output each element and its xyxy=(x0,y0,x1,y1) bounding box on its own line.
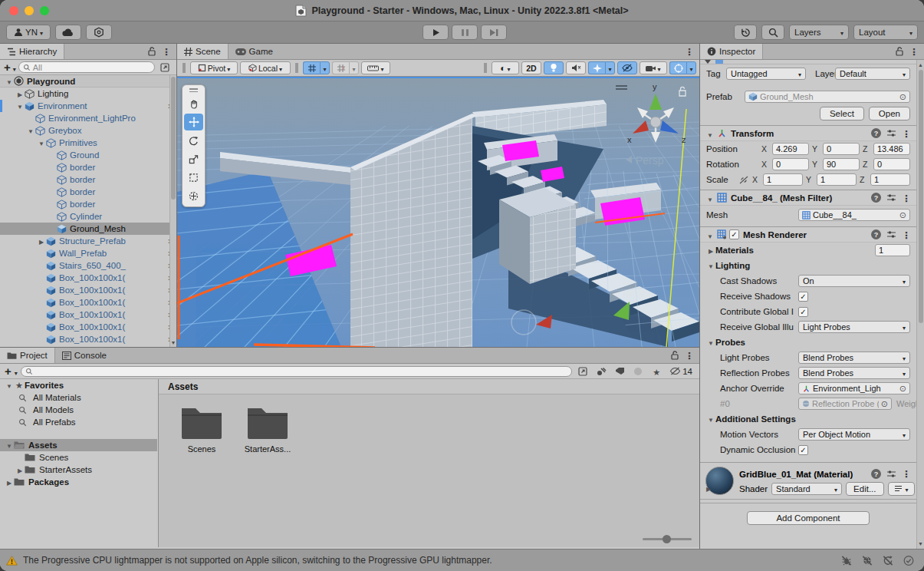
kebab-menu-icon[interactable] xyxy=(902,469,911,480)
lock-icon[interactable] xyxy=(148,47,156,56)
hierarchy-item[interactable]: Ground xyxy=(0,149,176,161)
constrain-proportions-icon[interactable] xyxy=(738,176,749,184)
step-button[interactable] xyxy=(481,25,507,40)
minimize-window-button[interactable] xyxy=(25,6,34,15)
hierarchy-item[interactable]: Structure_Prefab xyxy=(0,235,176,247)
transform-tool-button[interactable] xyxy=(184,187,203,204)
hierarchy-item[interactable]: Box_100x100x1( xyxy=(0,333,176,345)
presets-icon[interactable] xyxy=(886,230,896,239)
hierarchy-item[interactable]: Box_100x100x1( xyxy=(0,296,176,309)
foldout-icon[interactable] xyxy=(705,191,715,205)
foldout-icon[interactable] xyxy=(37,138,46,147)
hierarchy-item[interactable]: border xyxy=(0,186,176,198)
toolbar-handle[interactable] xyxy=(182,63,186,73)
foldout-icon[interactable] xyxy=(706,338,715,347)
tag-dropdown[interactable]: Untagged xyxy=(726,68,806,80)
hierarchy-item[interactable]: Playground xyxy=(0,75,176,87)
object-picker-icon[interactable]: ⊙ xyxy=(899,92,906,102)
hierarchy-item[interactable]: Wall_Prefab xyxy=(0,247,176,259)
project-tree-item[interactable]: Assets xyxy=(0,439,157,451)
play-button[interactable] xyxy=(423,25,449,40)
foldout-icon[interactable] xyxy=(706,261,715,270)
kebab-menu-icon[interactable] xyxy=(162,45,171,58)
inspector-scrollbar[interactable]: ▲ ▼ xyxy=(916,60,924,549)
gizmos-dropdown[interactable] xyxy=(686,61,696,74)
account-button[interactable]: YN xyxy=(6,25,51,40)
receive-shadows-checkbox[interactable] xyxy=(798,292,808,302)
light-probes-dropdown[interactable]: Blend Probes xyxy=(798,352,910,364)
kebab-menu-icon[interactable] xyxy=(902,191,911,205)
add-gameobject-button[interactable] xyxy=(4,61,11,74)
effects-toggle[interactable] xyxy=(588,61,605,74)
foldout-icon[interactable] xyxy=(15,89,25,98)
asset-folder-tile[interactable]: StarterAss... xyxy=(240,405,295,454)
grid-snap-toggle[interactable] xyxy=(303,61,320,74)
increment-snap-dropdown[interactable] xyxy=(349,61,359,74)
hierarchy-item[interactable]: border xyxy=(0,198,176,210)
project-favorite-item[interactable]: All Materials xyxy=(0,391,157,404)
foldout-icon[interactable] xyxy=(37,236,46,246)
create-dropdown-icon[interactable] xyxy=(15,365,18,378)
hidden-packages-toggle[interactable]: 14 xyxy=(667,367,695,376)
object-picker-icon[interactable]: ⊙ xyxy=(899,210,906,220)
search-button[interactable] xyxy=(761,25,784,40)
debugger-muted-icon[interactable] xyxy=(840,555,853,566)
shader-edit-button[interactable]: Edit... xyxy=(846,482,883,496)
project-favorite-item[interactable]: All Prefabs xyxy=(0,416,157,428)
materials-count-field[interactable]: 1 xyxy=(875,244,910,256)
foldout-icon[interactable] xyxy=(706,414,715,424)
kebab-menu-icon[interactable] xyxy=(902,228,911,242)
position-y-field[interactable]: 0 xyxy=(823,143,860,155)
material-foldout-icon[interactable] xyxy=(704,480,713,494)
progress-ok-icon[interactable] xyxy=(903,555,915,566)
tab-scene[interactable]: Scene xyxy=(177,44,229,59)
contribute-gi-checkbox[interactable] xyxy=(798,307,808,317)
toolbar-handle[interactable] xyxy=(484,63,487,73)
material-menu-button[interactable] xyxy=(888,482,915,496)
hierarchy-item[interactable]: Cylinder xyxy=(0,210,176,223)
presets-icon[interactable] xyxy=(886,129,896,137)
2d-toggle[interactable]: 2D xyxy=(521,61,541,74)
shader-dropdown[interactable]: Standard xyxy=(771,483,842,495)
thumbnail-size-slider[interactable] xyxy=(643,534,692,543)
lock-icon[interactable] xyxy=(671,351,679,360)
hierarchy-item[interactable]: Primitives xyxy=(0,137,176,149)
tab-inspector[interactable]: Inspector xyxy=(700,44,763,59)
snap-settings-dropdown[interactable] xyxy=(361,61,390,74)
refresh-muted-icon[interactable] xyxy=(882,555,894,566)
help-icon[interactable] xyxy=(871,469,881,479)
hierarchy-item[interactable]: Environment_LightPro xyxy=(0,112,176,124)
tab-project[interactable]: Project xyxy=(0,348,55,363)
position-z-field[interactable]: 13.486 xyxy=(873,143,910,155)
search-by-label-icon[interactable] xyxy=(612,365,627,378)
kebab-menu-icon[interactable] xyxy=(685,348,694,362)
component-enabled-checkbox[interactable] xyxy=(729,229,739,239)
project-tree-item[interactable]: Scenes xyxy=(0,451,157,464)
search-by-type-icon[interactable] xyxy=(594,365,609,378)
hierarchy-item[interactable]: Box_100x100x1( xyxy=(0,272,176,284)
kebab-menu-icon[interactable] xyxy=(685,45,694,58)
help-icon[interactable] xyxy=(871,128,881,138)
scale-z-field[interactable]: 1 xyxy=(870,173,910,186)
hierarchy-item[interactable]: Ground_Mesh xyxy=(0,223,176,235)
rotation-x-field[interactable]: 0 xyxy=(772,158,809,170)
hierarchy-search-input[interactable]: All xyxy=(18,61,155,73)
hierarchy-item[interactable]: border xyxy=(0,173,176,186)
layers-dropdown[interactable]: Layers xyxy=(789,25,849,40)
hierarchy-item[interactable]: Greybox xyxy=(0,124,176,137)
foldout-icon[interactable] xyxy=(706,246,715,255)
toolbar-handle[interactable] xyxy=(295,63,298,73)
foldout-icon[interactable] xyxy=(15,101,25,111)
prefab-object-field[interactable]: Ground_Mesh ⊙ xyxy=(745,91,910,103)
dynamic-occlusion-checkbox[interactable] xyxy=(798,445,808,455)
project-search-input[interactable] xyxy=(21,366,572,377)
increment-snap-toggle[interactable] xyxy=(332,61,349,74)
palette-grip[interactable] xyxy=(184,87,203,94)
create-asset-button[interactable] xyxy=(5,365,12,378)
project-favorite-item[interactable]: All Models xyxy=(0,404,157,416)
lock-icon[interactable] xyxy=(896,47,903,56)
transform-component-header[interactable]: Transform xyxy=(700,125,916,141)
probe-muted-icon[interactable] xyxy=(861,555,873,566)
layer-dropdown[interactable]: Default xyxy=(835,68,910,80)
motion-vectors-dropdown[interactable]: Per Object Motion xyxy=(798,428,910,441)
